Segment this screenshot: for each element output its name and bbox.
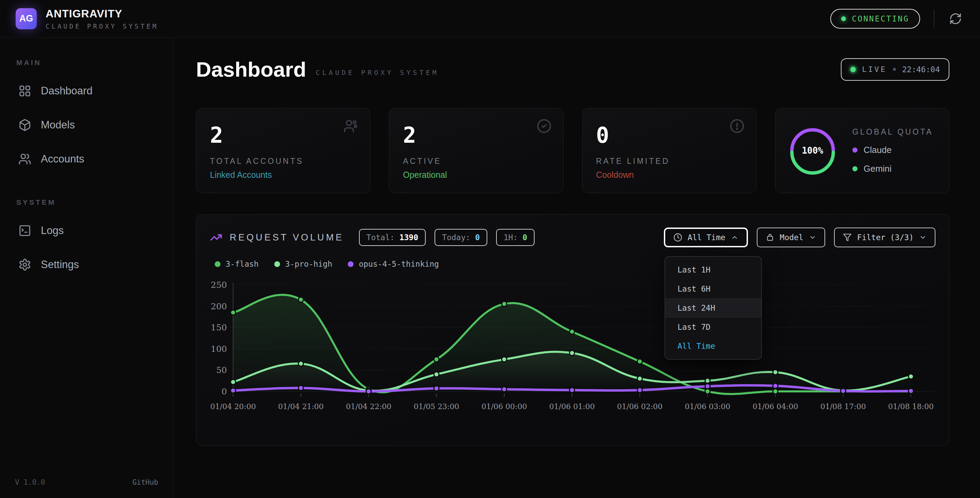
menu-item-last-1h[interactable]: Last 1H [665,260,761,279]
sidebar-item-settings[interactable]: Settings [14,252,159,277]
chip-today: Today: 0 [434,229,487,246]
svg-text:01/05 23:00: 01/05 23:00 [414,402,460,411]
connection-status-badge: CONNECTING [830,9,920,29]
refresh-icon [949,12,962,25]
app-logo: AG [16,8,37,29]
request-volume-chart: 05010015020025001/04 20:0001/04 21:0001/… [210,271,935,418]
users-icon [18,153,31,166]
legend-item[interactable]: opus-4-5-thinking [348,260,439,268]
gemini-dot-icon [853,166,858,171]
chevron-up-icon [731,234,738,241]
active-sublabel: Operational [403,170,549,180]
status-dot-icon [841,16,846,21]
request-volume-panel: REQUEST VOLUME Total: 1390 Today: 0 1H: … [196,214,950,446]
refresh-button[interactable] [948,11,963,26]
legend-label: 3-pro-high [285,260,332,268]
version-label: V 1.0.0 [15,478,45,487]
sidebar-item-accounts[interactable]: Accounts [14,147,159,172]
panel-title: REQUEST VOLUME [230,232,344,243]
sidebar-item-dashboard[interactable]: Dashboard [14,78,159,104]
legend-item[interactable]: 3-pro-high [274,260,332,268]
sidebar-section-main: MAIN [16,59,159,67]
provider-name: Claude [864,145,891,155]
live-badge: LIVE 22:46:04 [841,58,950,81]
chip-total: Total: 1390 [359,229,426,246]
model-icon [765,233,775,242]
menu-item-all-time[interactable]: All Time [665,337,761,356]
svg-text:01/08 18:00: 01/08 18:00 [888,402,934,411]
svg-text:200: 200 [211,302,227,311]
global-quota-label: GLOBAL QUOTA [853,128,933,137]
trending-up-icon [210,231,222,244]
active-label: ACTIVE [403,157,549,166]
card-active: 2 ACTIVE Operational [389,108,563,193]
gear-icon [18,258,31,271]
sidebar-footer: V 1.0.0 GitHub [15,478,158,487]
legend-dot-icon [215,261,221,267]
check-circle-icon [537,118,552,134]
brand-title: ANTIGRAVITY [46,8,158,20]
legend-label: 3-flash [226,260,259,268]
live-label: LIVE [862,65,887,73]
cube-icon [18,118,31,131]
card-rate-limited: 0 RATE LIMITED Cooldown [582,108,756,193]
svg-text:01/06 01:00: 01/06 01:00 [549,402,595,411]
menu-item-last-7d[interactable]: Last 7D [665,318,761,337]
quota-percent: 100% [787,125,838,176]
total-accounts-sublabel: Linked Accounts [210,170,356,180]
model-label: Model [780,233,803,242]
main-content: Dashboard CLAUDE PROXY SYSTEM LIVE 22:46… [173,37,980,498]
github-link[interactable]: GitHub [132,478,158,487]
chip-label: Total: [366,233,395,242]
brand-block: ANTIGRAVITY CLAUDE PROXY SYSTEM [46,8,158,30]
total-accounts-label: TOTAL ACCOUNTS [210,157,356,166]
page-title: Dashboard [196,57,306,81]
sidebar-item-logs[interactable]: Logs [14,218,159,243]
total-accounts-value: 2 [210,123,356,148]
rate-limited-sublabel: Cooldown [596,170,743,180]
time-range-dropdown-button[interactable]: All Time [664,228,748,247]
svg-text:01/06 00:00: 01/06 00:00 [482,402,527,411]
chip-value: 0 [475,233,480,242]
top-header: AG ANTIGRAVITY CLAUDE PROXY SYSTEM CONNE… [0,0,980,37]
sidebar: MAIN Dashboard Models Accounts SYSTEM Lo… [0,37,173,498]
header-divider [934,10,934,27]
filter-label: Filter (3/3) [857,233,914,242]
legend-label: opus-4-5-thinking [359,260,439,268]
legend-item[interactable]: 3-flash [215,260,259,268]
chip-value: 1390 [399,233,418,242]
svg-text:01/04 20:00: 01/04 20:00 [210,402,256,411]
page-subtitle: CLAUDE PROXY SYSTEM [316,69,439,77]
svg-text:01/06 04:00: 01/06 04:00 [753,402,798,411]
claude-dot-icon [853,147,858,153]
time-range-label: All Time [688,233,725,242]
sidebar-item-label: Settings [41,259,79,271]
live-clock: 22:46:04 [902,65,940,74]
model-dropdown-button[interactable]: Model [757,228,825,247]
provider-name: Gemini [864,163,891,174]
svg-text:50: 50 [216,365,227,375]
rate-limited-value: 0 [596,123,743,148]
terminal-icon [18,224,31,237]
sidebar-item-models[interactable]: Models [14,112,159,137]
chevron-down-icon [919,234,927,241]
provider-claude: Claude [853,145,933,155]
sidebar-item-label: Logs [41,225,64,237]
provider-gemini: Gemini [853,163,933,174]
chevron-down-icon [809,234,816,241]
menu-item-last-24h[interactable]: Last 24H [665,298,761,318]
card-total-accounts: 2 TOTAL ACCOUNTS Linked Accounts [196,108,370,193]
chip-label: Today: [442,233,470,242]
svg-text:100: 100 [211,344,227,354]
svg-text:01/04 22:00: 01/04 22:00 [346,402,392,411]
users-icon [343,118,358,134]
card-global-quota: 100% GLOBAL QUOTA Claude Gemini [775,108,950,193]
funnel-icon [843,233,852,242]
chip-1h: 1H: 0 [496,229,535,246]
menu-item-last-6h[interactable]: Last 6H [665,279,761,298]
sidebar-section-system: SYSTEM [16,198,159,206]
stats-chips: Total: 1390 Today: 0 1H: 0 [359,229,535,246]
clock-icon [673,233,682,242]
filter-dropdown-button[interactable]: Filter (3/3) [834,228,935,247]
stat-cards-row: 2 TOTAL ACCOUNTS Linked Accounts 2 ACTIV… [196,108,950,193]
